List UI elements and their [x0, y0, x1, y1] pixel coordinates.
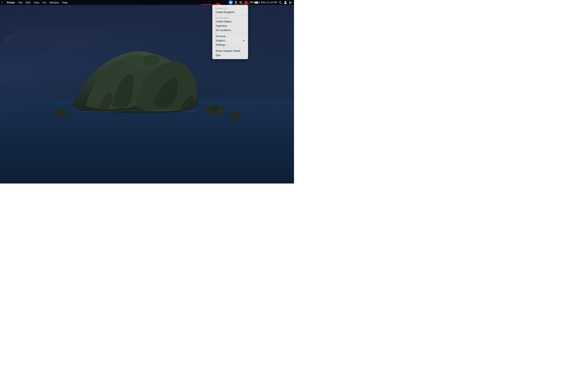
datetime-label: Mon 11:13 PM [261, 1, 277, 4]
svg-rect-26 [289, 1, 290, 2]
vpn-icon[interactable]: ◆ [229, 1, 233, 4]
profile-icon[interactable] [284, 1, 287, 4]
finder-menu[interactable]: Finder [7, 1, 15, 4]
spotlight-icon[interactable] [279, 1, 282, 4]
battery-fill [255, 2, 258, 3]
control-center-icon[interactable] [289, 1, 292, 4]
settings-action[interactable]: Settings... [213, 43, 248, 47]
svg-point-7 [204, 7, 204, 7]
svg-rect-28 [289, 3, 291, 4]
show-hotspot-shield-action[interactable]: Show Hotspot Shield [213, 49, 248, 53]
svg-line-24 [281, 3, 282, 4]
svg-point-5 [143, 5, 143, 5]
volume-icon[interactable] [244, 1, 247, 4]
svg-point-11 [65, 19, 66, 20]
svg-point-2 [51, 6, 51, 6]
account-action[interactable]: Account... [213, 34, 248, 38]
svg-point-12 [282, 15, 282, 16]
quick-access-us[interactable]: United States [213, 19, 248, 24]
menubar-right: ◆ 76% Mo [229, 1, 292, 4]
svg-point-6 [173, 14, 174, 15]
desktop-wallpaper [0, 0, 294, 184]
menubar:  Finder File Edit View Go Window Help ◆ [0, 0, 294, 5]
battery-percent-label: 76% [249, 1, 254, 4]
vpn-dropdown-menu: Connect To: United Kingdom Quick Access:… [212, 5, 248, 59]
svg-point-25 [285, 1, 286, 3]
file-menu[interactable]: File [18, 1, 22, 4]
svg-point-14 [49, 26, 106, 47]
svg-point-18 [229, 113, 241, 120]
edit-menu[interactable]: Edit [26, 1, 30, 4]
quit-action[interactable]: Quit [213, 53, 248, 57]
support-action[interactable]: Support... ▶ [213, 38, 248, 43]
connect-to-label: Connect To: [212, 7, 248, 10]
svg-point-19 [54, 109, 68, 117]
svg-point-22 [241, 3, 241, 4]
bluetooth-icon[interactable] [234, 1, 237, 4]
svg-rect-27 [289, 2, 292, 3]
view-menu[interactable]: View [34, 1, 39, 4]
svg-point-15 [6, 36, 55, 54]
submenu-arrow-icon: ▶ [243, 39, 245, 42]
footer-section: Show Hotspot Shield Quit [212, 48, 248, 58]
quick-access-section: Quick Access: United States Argentina Al… [212, 15, 248, 33]
wifi-icon[interactable] [239, 1, 242, 4]
battery-indicator: 76% [249, 1, 259, 4]
connect-to-section: Connect To: United Kingdom [212, 6, 248, 15]
svg-point-4 [112, 9, 112, 9]
menubar-left:  Finder File Edit View Go Window Help [2, 1, 68, 4]
svg-point-3 [81, 16, 82, 17]
quick-access-argentina[interactable]: Argentina [213, 24, 248, 28]
support-label: Support... [216, 39, 227, 42]
connect-to-value[interactable]: United Kingdom [213, 10, 248, 14]
help-menu[interactable]: Help [62, 1, 68, 4]
apple-menu[interactable]:  [2, 1, 3, 4]
go-menu[interactable]: Go [43, 1, 46, 4]
window-menu[interactable]: Window [49, 1, 59, 4]
quick-access-label: Quick Access: [212, 16, 248, 19]
battery-icon [255, 1, 259, 4]
actions-section: Account... Support... ▶ Settings... [212, 33, 248, 48]
svg-point-1 [20, 12, 21, 12]
quick-access-all-locations[interactable]: All Locations... [213, 28, 248, 32]
